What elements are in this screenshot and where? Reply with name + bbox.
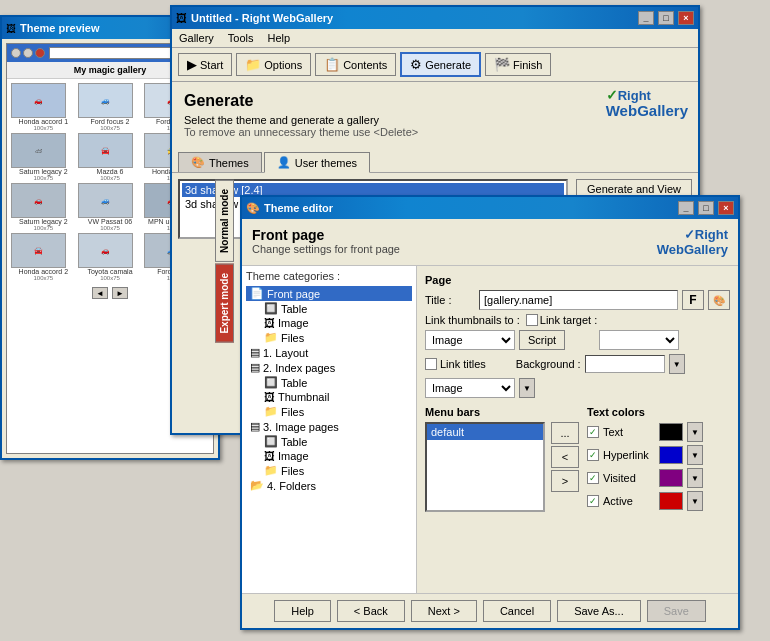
tree-icon-folders: 📂 (250, 479, 264, 492)
editor-close-button[interactable]: × (718, 201, 734, 215)
generate-button[interactable]: ⚙ Generate (400, 52, 481, 77)
background-color-box[interactable] (585, 355, 665, 373)
save-as-button[interactable]: Save As... (557, 600, 641, 622)
link-titles-checkbox[interactable] (425, 358, 437, 370)
main-min-button[interactable]: _ (638, 11, 654, 25)
theme-editor-title-bar: 🎨 Theme editor _ □ × (242, 197, 738, 219)
script-button[interactable]: Script (519, 330, 565, 350)
tree-label-image-2: Image (278, 450, 309, 462)
menu-tools[interactable]: Tools (225, 31, 257, 45)
settings-panel: Page Title : F 🎨 Link thumbnails to : L (417, 266, 738, 593)
tree-label-thumbnail: Thumbnail (278, 391, 329, 403)
tree-icon-table-2: 🔲 (264, 376, 278, 389)
options-button[interactable]: 📁 Options (236, 53, 311, 76)
editor-logo: ✓Right WebGallery (657, 227, 728, 257)
menu-bars-right-btn[interactable]: > (551, 470, 579, 492)
editor-min-button[interactable]: _ (678, 201, 694, 215)
tree-node-thumbnail[interactable]: 🖼 Thumbnail (246, 390, 412, 404)
visited-color-arrow[interactable]: ▼ (687, 468, 703, 488)
tree-label: Theme categories : (246, 270, 412, 282)
hyperlink-checkbox[interactable]: ✓ (587, 449, 599, 461)
active-color-arrow[interactable]: ▼ (687, 491, 703, 511)
preview-prev-btn[interactable]: ◄ (92, 287, 108, 299)
cancel-button[interactable]: Cancel (483, 600, 551, 622)
tree-node-files-2[interactable]: 📁 Files (246, 404, 412, 419)
save-button[interactable]: Save (647, 600, 706, 622)
main-close-button[interactable]: × (678, 11, 694, 25)
generate-icon: ⚙ (410, 57, 422, 72)
tree-node-index-pages[interactable]: ▤ 2. Index pages (246, 360, 412, 375)
tab-themes[interactable]: 🎨 Themes (178, 152, 262, 172)
link-thumbnails-select[interactable]: Image (425, 330, 515, 350)
menu-bars-list[interactable]: default (425, 422, 545, 512)
help-button[interactable]: Help (274, 600, 331, 622)
tree-node-table-1[interactable]: 🔲 Table (246, 301, 412, 316)
car-label-1: Honda accord 1 (11, 118, 76, 125)
visited-checkbox[interactable]: ✓ (587, 472, 599, 484)
expert-mode-tab[interactable]: Expert mode (215, 264, 234, 343)
tree-node-table-3[interactable]: 🔲 Table (246, 434, 412, 449)
active-color-row: ✓ Active ▼ (587, 491, 730, 511)
visited-color-swatch[interactable] (659, 469, 683, 487)
tree-node-layout[interactable]: ▤ 1. Layout (246, 345, 412, 360)
menu-help[interactable]: Help (265, 31, 294, 45)
tree-node-front-page[interactable]: 📄 Front page (246, 286, 412, 301)
preview-next-btn[interactable]: ► (112, 287, 128, 299)
text-color-swatch[interactable] (659, 423, 683, 441)
menu-bars-left-btn[interactable]: < (551, 446, 579, 468)
link-target-select[interactable] (599, 330, 679, 350)
text-color-arrow[interactable]: ▼ (687, 422, 703, 442)
title-color-button[interactable]: 🎨 (708, 290, 730, 310)
tree-node-files-3[interactable]: 📁 Files (246, 463, 412, 478)
car-label-7: Saturn legacy 2 (11, 218, 76, 225)
text-color-label: Text (603, 426, 655, 438)
menu-gallery[interactable]: Gallery (176, 31, 217, 45)
finish-button[interactable]: 🏁 Finish (485, 53, 551, 76)
main-max-button[interactable]: □ (658, 11, 674, 25)
tree-label-table-2: Table (281, 377, 307, 389)
text-colors-section: Text colors ✓ Text ▼ ✓ Hyperlink ▼ (587, 406, 730, 514)
tree-node-files-1[interactable]: 📁 Files (246, 330, 412, 345)
visited-color-row: ✓ Visited ▼ (587, 468, 730, 488)
menu-bars-dots-btn[interactable]: ... (551, 422, 579, 444)
tree-node-image-1[interactable]: 🖼 Image (246, 316, 412, 330)
car-label-11: Toyota camala (78, 268, 143, 275)
title-row: Title : F 🎨 (425, 290, 730, 310)
tree-label-front-page: Front page (267, 288, 320, 300)
bg-image-dropdown-arrow[interactable]: ▼ (519, 378, 535, 398)
menu-bar-item-default[interactable]: default (427, 424, 543, 440)
background-dropdown-arrow[interactable]: ▼ (669, 354, 685, 374)
title-font-button[interactable]: F (682, 290, 704, 310)
normal-mode-tab[interactable]: Normal mode (215, 180, 234, 262)
finish-icon: 🏁 (494, 57, 510, 72)
tree-node-image-2[interactable]: 🖼 Image (246, 449, 412, 463)
active-label: Active (603, 495, 655, 507)
editor-max-button[interactable]: □ (698, 201, 714, 215)
tree-icon-layout: ▤ (250, 346, 260, 359)
theme-editor-window: 🎨 Theme editor _ □ × Front page Change s… (240, 195, 740, 630)
link-target-checkbox[interactable] (526, 314, 538, 326)
hyperlink-color-row: ✓ Hyperlink ▼ (587, 445, 730, 465)
tab-user-themes[interactable]: 👤 User themes (264, 152, 370, 173)
hyperlink-color-swatch[interactable] (659, 446, 683, 464)
back-button[interactable]: < Back (337, 600, 405, 622)
link-titles-bg-row: Link titles Background : ▼ (425, 354, 730, 374)
start-button[interactable]: ▶ Start (178, 53, 232, 76)
text-color-checkbox[interactable]: ✓ (587, 426, 599, 438)
active-color-swatch[interactable] (659, 492, 683, 510)
tree-node-image-pages[interactable]: ▤ 3. Image pages (246, 419, 412, 434)
bottom-two-col: Menu bars default ... < > (425, 406, 730, 514)
tree-node-folders[interactable]: 📂 4. Folders (246, 478, 412, 493)
themes-tab-icon: 🎨 (191, 156, 205, 169)
tree-node-table-2[interactable]: 🔲 Table (246, 375, 412, 390)
bg-image-select[interactable]: Image (425, 378, 515, 398)
hyperlink-color-arrow[interactable]: ▼ (687, 445, 703, 465)
link-target-checkbox-row: Link target : (526, 314, 597, 326)
car-label-10: Honda accord 2 (11, 268, 76, 275)
title-input[interactable] (479, 290, 678, 310)
tree-label-image-pages: 3. Image pages (263, 421, 339, 433)
contents-button[interactable]: 📋 Contents (315, 53, 396, 76)
visited-label: Visited (603, 472, 655, 484)
active-checkbox[interactable]: ✓ (587, 495, 599, 507)
next-button[interactable]: Next > (411, 600, 477, 622)
